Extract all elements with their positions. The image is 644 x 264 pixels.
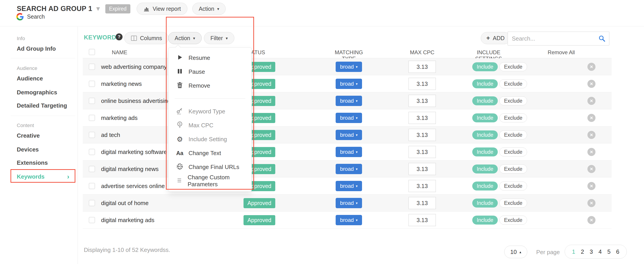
action-menu-item-change-text[interactable]: Aa Change Text <box>168 146 252 160</box>
search-icon[interactable] <box>598 35 606 42</box>
matching-type-dropdown[interactable]: broad ▾ <box>336 164 362 174</box>
include-toggle[interactable]: Include <box>472 199 498 208</box>
row-checkbox[interactable] <box>89 149 95 155</box>
include-toggle[interactable]: Include <box>472 79 498 88</box>
include-toggle[interactable]: Include <box>472 182 498 191</box>
search-input[interactable] <box>508 35 598 42</box>
sidebar-item-creative[interactable]: Creative <box>17 132 40 139</box>
exclude-toggle[interactable]: Exclude <box>499 199 527 208</box>
remove-icon[interactable]: × <box>588 114 596 122</box>
select-all-checkbox[interactable] <box>89 49 95 55</box>
remove-icon[interactable]: × <box>588 165 596 173</box>
sidebar-item-keywords[interactable]: Keywords <box>17 173 44 180</box>
row-checkbox[interactable] <box>89 64 95 70</box>
remove-icon[interactable]: × <box>588 199 596 207</box>
page-number-6[interactable]: 6 <box>616 248 619 255</box>
sidebar-item-audience[interactable]: Audience <box>17 75 43 82</box>
include-toggle[interactable]: Include <box>472 216 498 225</box>
exclude-toggle[interactable]: Exclude <box>499 62 527 71</box>
per-page-select[interactable]: 10 ▴ <box>504 246 527 258</box>
matching-type-value: broad <box>340 64 354 70</box>
max-cpc-input[interactable] <box>408 197 436 209</box>
row-checkbox[interactable] <box>89 81 95 87</box>
include-toggle[interactable]: Include <box>472 62 498 71</box>
remove-icon[interactable]: × <box>588 216 596 224</box>
exclude-toggle[interactable]: Exclude <box>499 130 527 140</box>
action-menu-item-pause[interactable]: Pause <box>168 65 252 79</box>
action-menu-item-resume[interactable]: Resume <box>168 51 252 65</box>
chevron-right-icon[interactable]: › <box>67 173 69 180</box>
max-cpc-input[interactable] <box>408 61 436 73</box>
ad-group-keywords-page: SEARCH AD GROUP 1 ▼ Expired View report … <box>0 0 644 264</box>
row-checkbox[interactable] <box>89 132 95 138</box>
remove-all-button[interactable]: Remove All <box>539 49 584 56</box>
title-caret-icon[interactable]: ▼ <box>96 6 100 12</box>
matching-type-dropdown[interactable]: broad ▾ <box>336 62 362 72</box>
table-action-button[interactable]: Action ▾ <box>168 32 202 44</box>
max-cpc-input[interactable] <box>408 163 436 175</box>
action-menu-item-change-custom-parameters[interactable]: Change Custom Parameters <box>168 174 252 188</box>
include-toggle[interactable]: Include <box>472 96 498 105</box>
row-checkbox[interactable] <box>89 200 95 206</box>
remove-icon[interactable]: × <box>588 97 596 105</box>
remove-icon[interactable]: × <box>588 182 596 190</box>
matching-type-dropdown[interactable]: broad ▾ <box>336 181 362 191</box>
matching-type-dropdown[interactable]: broad ▾ <box>336 215 362 225</box>
page-number-4[interactable]: 4 <box>598 248 602 255</box>
max-cpc-input[interactable] <box>408 214 436 226</box>
exclude-toggle[interactable]: Exclude <box>499 113 527 122</box>
matching-type-dropdown[interactable]: broad ▾ <box>336 79 362 89</box>
max-cpc-input[interactable] <box>408 112 436 124</box>
sidebar-item-ad-group-info[interactable]: Ad Group Info <box>17 45 56 52</box>
row-checkbox[interactable] <box>89 98 95 104</box>
max-cpc-input[interactable] <box>408 129 436 141</box>
action-menu-item-max-cpc[interactable]: $ Max CPC <box>168 118 252 132</box>
sidebar-item-extensions[interactable]: Extensions <box>17 159 48 166</box>
add-button[interactable]: + ADD <box>481 32 510 44</box>
matching-type-dropdown[interactable]: broad ▾ <box>336 113 362 123</box>
columns-button[interactable]: Columns <box>124 32 168 44</box>
matching-type-dropdown[interactable]: broad ▾ <box>336 96 362 106</box>
remove-icon[interactable]: × <box>588 148 596 156</box>
filter-button[interactable]: Filter ▾ <box>204 32 234 44</box>
matching-type-dropdown[interactable]: broad ▾ <box>336 198 362 208</box>
action-menu-item-remove[interactable]: Remove <box>168 79 252 93</box>
row-checkbox[interactable] <box>89 166 95 172</box>
include-toggle[interactable]: Include <box>472 113 498 122</box>
view-report-button[interactable]: View report <box>137 3 188 15</box>
exclude-toggle[interactable]: Exclude <box>499 165 527 174</box>
remove-icon[interactable]: × <box>588 131 596 139</box>
remove-icon[interactable]: × <box>588 80 596 88</box>
max-cpc-input[interactable] <box>408 78 436 90</box>
row-checkbox[interactable] <box>89 115 95 121</box>
header-action-button[interactable]: Action ▾ <box>192 3 226 15</box>
page-number-2[interactable]: 2 <box>581 248 584 255</box>
exclude-toggle[interactable]: Exclude <box>499 96 527 105</box>
row-checkbox[interactable] <box>89 217 95 223</box>
max-cpc-input[interactable] <box>408 180 436 192</box>
max-cpc-input[interactable] <box>408 95 436 107</box>
exclude-toggle[interactable]: Exclude <box>499 79 527 88</box>
action-menu-item-keyword-type[interactable]: www Keyword Type <box>168 104 252 118</box>
row-checkbox[interactable] <box>89 183 95 189</box>
page-number-3[interactable]: 3 <box>590 248 593 255</box>
sidebar-item-detailed-targeting[interactable]: Detailed Targeting <box>17 102 67 109</box>
remove-icon[interactable]: × <box>588 63 596 71</box>
exclude-toggle[interactable]: Exclude <box>499 216 527 225</box>
exclude-toggle[interactable]: Exclude <box>499 148 527 157</box>
page-number-5[interactable]: 5 <box>607 248 610 255</box>
include-toggle[interactable]: Include <box>472 165 498 174</box>
matching-type-dropdown[interactable]: broad ▾ <box>336 130 362 140</box>
sidebar-item-demographics[interactable]: Demographics <box>17 89 57 96</box>
sidebar-item-devices[interactable]: Devices <box>17 146 39 153</box>
matching-type-dropdown[interactable]: broad ▾ <box>336 147 362 157</box>
exclude-toggle[interactable]: Exclude <box>499 182 527 191</box>
include-toggle[interactable]: Include <box>472 130 498 140</box>
action-menu-item-include-setting[interactable]: ⚙ Include Setting <box>168 132 252 146</box>
help-icon[interactable]: ? <box>116 33 122 40</box>
max-cpc-input[interactable] <box>408 146 436 158</box>
include-toggle[interactable]: Include <box>472 148 498 157</box>
keyword-name: digital marketing ads <box>101 212 154 229</box>
page-number-1[interactable]: 1 <box>572 248 575 255</box>
action-menu-item-change-final-urls[interactable]: Change Final URLs <box>168 160 252 174</box>
